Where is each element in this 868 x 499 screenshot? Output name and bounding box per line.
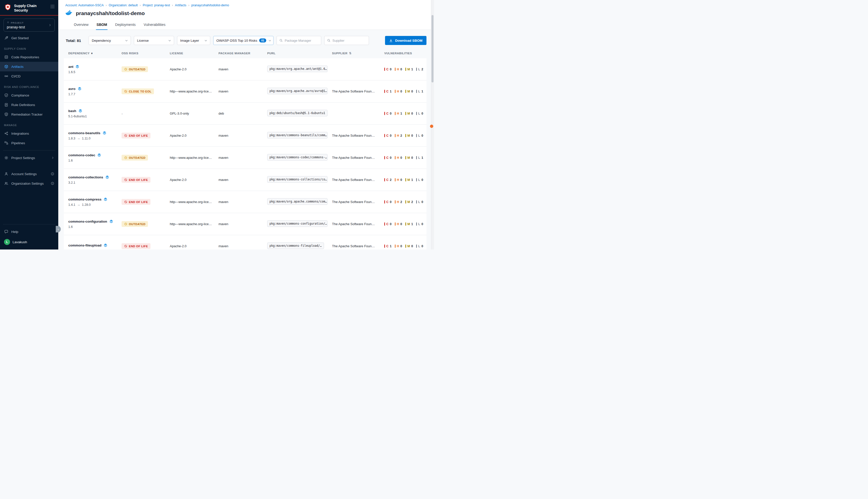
column-header-purl[interactable]: PURL [267, 52, 329, 55]
dependency-name[interactable]: avro [68, 87, 119, 91]
owasp-risks-filter[interactable]: OWASP OSS Top 10 Risks 01 [213, 36, 273, 45]
table-row[interactable]: ant 1.6.5 OUTDATED Apache-2.0 maven pkg:… [64, 58, 426, 81]
download-sbom-button[interactable]: Download SBOM [385, 36, 426, 45]
tab-sbom[interactable]: SBOM [96, 20, 108, 30]
sidebar-item-compliance[interactable]: Compliance [0, 90, 58, 100]
supplier: The Apache Software Foun… [332, 134, 381, 137]
help-button[interactable]: Help [0, 227, 58, 236]
purl-value[interactable]: pkg:maven/commons-collections/co… [267, 176, 327, 183]
severity-C: C 0 [384, 156, 392, 160]
sidebar-item-account-settings[interactable]: Account Settings [0, 169, 58, 179]
supplier: The Apache Software Foun… [332, 222, 381, 226]
breadcrumb-separator: › [172, 3, 173, 7]
severity-C: C 1 [384, 90, 392, 93]
infinity-icon [4, 74, 8, 78]
dependency-name[interactable]: commons-compress [68, 197, 119, 201]
package-manager: maven [219, 89, 264, 93]
table-row[interactable]: commons-fileupload END OF LIFE Apache-2.… [64, 235, 426, 250]
severity-H: H 0 [395, 244, 402, 248]
table-row[interactable]: bash 5.1-6ubuntu1 - GPL-3.0-only deb pkg… [64, 102, 426, 125]
breadcrumb-item[interactable]: Organization: default [109, 3, 138, 7]
column-header-license[interactable]: LICENSE [170, 52, 215, 55]
license: Apache-2.0 [170, 244, 215, 248]
sidebar-item-remediation-tracker[interactable]: Remediation Tracker [0, 110, 58, 119]
chevron-right-icon [51, 156, 54, 159]
module-grid-icon[interactable] [50, 4, 55, 10]
page-title: pranaycshah/todolist-demo [76, 10, 145, 16]
table-row[interactable]: commons-beanutils 1.8.3 → 1.11.0 END OF … [64, 125, 426, 147]
purl-value[interactable]: pkg:deb/ubuntu/bash@5.1-6ubuntu1 [267, 110, 327, 116]
breadcrumb-item[interactable]: pranaycshah/todolist-demo [191, 3, 229, 7]
tab-vulnerabilities[interactable]: Vulnerabilities [143, 20, 166, 30]
sidebar-item-organization-settings[interactable]: Organization Settings [0, 179, 58, 188]
purl-value[interactable]: pkg:maven/commons-configuration/… [267, 220, 327, 227]
package-manager: maven [219, 134, 264, 137]
table-row[interactable]: avro 1.7.7 CLOSE TO EOL http---www.apach… [64, 81, 426, 102]
column-header-oss-risks[interactable]: OSS RISKS [122, 52, 167, 55]
dependency-name[interactable]: commons-fileupload [68, 243, 119, 247]
supplier-search-input[interactable] [333, 39, 366, 42]
supplier: The Apache Software Foun… [332, 156, 381, 160]
user-menu[interactable]: L Lavakush [0, 236, 58, 250]
sidebar-item-integrations[interactable]: Integrations [0, 129, 58, 138]
severity-C: C 1 [384, 244, 392, 248]
breadcrumb-item[interactable]: Project: pranay-test [142, 3, 170, 7]
breadcrumb-item[interactable]: Artifacts [175, 3, 186, 7]
severity-M: M 0 [405, 90, 413, 93]
app-logo-shield-icon [4, 3, 12, 12]
purl-value[interactable]: pkg:maven/commons-codec/commons-… [267, 154, 327, 160]
sidebar-item-get-started[interactable]: Get Started [0, 33, 58, 43]
filter-image-layer[interactable]: Image Layer [177, 36, 210, 45]
column-header-vulnerabilities[interactable]: VULNERABILITIES [384, 52, 426, 55]
severity-C: C 0 [384, 134, 392, 137]
project-selector[interactable]: PROJECT pranay-test [3, 19, 55, 32]
tab-overview[interactable]: Overview [73, 20, 89, 30]
search-icon [327, 39, 331, 42]
dependency-name[interactable]: bash [68, 109, 119, 113]
notification-dot[interactable] [430, 125, 433, 128]
sidebar-item-project-settings[interactable]: Project Settings [0, 153, 58, 162]
package-manager-search-input[interactable] [285, 39, 319, 42]
sidebar-item-ci-cd[interactable]: CI/CD [0, 71, 58, 81]
package-manager: maven [219, 244, 264, 248]
dependency-name[interactable]: commons-collections [68, 175, 119, 179]
sidebar-item-pipelines[interactable]: Pipelines [0, 138, 58, 148]
sidebar-item-code-repositories[interactable]: Code Repositories [0, 52, 58, 62]
project-icon [7, 21, 9, 24]
column-header-package-manager[interactable]: PACKAGE MANAGER [219, 52, 264, 55]
purl-value[interactable]: pkg:maven/org.apache.avro/avro@1… [267, 88, 327, 94]
chevron-down-icon [168, 39, 171, 42]
dependency-name[interactable]: commons-configuration [68, 219, 119, 223]
table-row[interactable]: commons-configuration 1.6 OUTDATED http-… [64, 213, 426, 235]
docker-whale-icon [65, 10, 73, 17]
license: http---www.apache.org-lice… [170, 156, 215, 160]
gear-icon [4, 156, 8, 160]
severity-H: H 1 [395, 112, 402, 115]
purl-value[interactable]: pkg:maven/commons-beanutils/comm… [267, 132, 327, 138]
sidebar-item-rule-definitions[interactable]: Rule Definitions [0, 100, 58, 110]
vulnerability-counts: C 1 H 0 M 0 L 0 [384, 244, 426, 248]
dependency-version: 1.8.3 → 1.11.0 [68, 137, 119, 140]
table-row[interactable]: commons-compress 1.4.1 → 1.28.0 END OF L… [64, 191, 426, 213]
dependency-name[interactable]: commons-codec [68, 153, 119, 157]
scrollbar-thumb[interactable] [432, 15, 434, 82]
filter-dependency[interactable]: Dependency [89, 36, 131, 45]
breadcrumb-item[interactable]: Account: Automation-SSCA [65, 3, 104, 7]
purl-value[interactable]: pkg:maven/org.apache.commons/com… [267, 198, 327, 205]
dependency-name[interactable]: commons-beanutils [68, 131, 119, 135]
purl-value[interactable]: pkg:maven/org.apache.ant/ant@1.6… [267, 65, 327, 72]
dependency-name[interactable]: ant [68, 64, 119, 69]
column-header-dependency[interactable]: DEPENDENCY▾ [68, 52, 119, 55]
purl-value[interactable]: pkg:maven/commons-fileupload/… [267, 242, 324, 249]
clock-icon [124, 156, 127, 159]
tab-deployments[interactable]: Deployments [114, 20, 136, 30]
tab-bar: OverviewSBOMDeploymentsVulnerabilities [58, 20, 434, 30]
column-header-supplier[interactable]: SUPPLIER⇅ [332, 51, 381, 55]
info-icon [51, 182, 54, 185]
layers-icon [102, 131, 107, 135]
table-row[interactable]: commons-codec 1.6 OUTDATED http---www.ap… [64, 147, 426, 169]
package-manager: maven [219, 67, 264, 71]
table-row[interactable]: commons-collections 3.2.1 END OF LIFE Ap… [64, 169, 426, 191]
sidebar-item-artifacts[interactable]: Artifacts [0, 62, 58, 71]
filter-license[interactable]: License [134, 36, 174, 45]
